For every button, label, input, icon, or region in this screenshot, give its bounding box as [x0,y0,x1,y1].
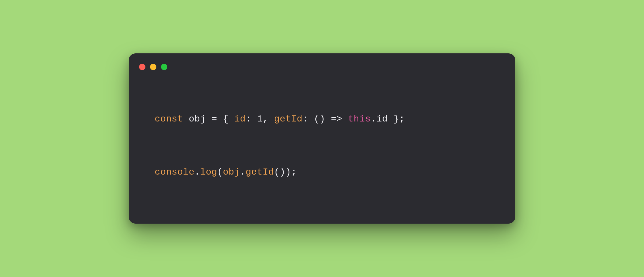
token-paren: ()); [274,167,297,177]
token-punct: { [217,114,234,124]
zoom-icon[interactable] [161,64,167,70]
token-ident: obj [183,114,212,124]
code-window: const obj = { id: 1, getId: () => this.i… [129,53,515,224]
code-line-2: console.log(obj.getId()); [155,165,489,179]
token-method: log [200,167,217,177]
window-titlebar [129,64,515,76]
minimize-icon[interactable] [150,64,156,70]
token-method: getId [246,167,274,177]
token-arrow: => [331,114,342,124]
token-keyword: const [155,114,183,124]
token-property: id [234,114,246,124]
close-icon[interactable] [139,64,145,70]
token-dot: . [194,167,200,177]
token-punct: .id }; [371,114,405,124]
token-space [342,114,348,124]
token-punct: : [246,114,257,124]
token-console: console [155,167,194,177]
code-block: const obj = { id: 1, getId: () => this.i… [129,76,515,210]
token-punct: , [263,114,274,124]
token-object: obj [223,167,240,177]
token-property: getId [274,114,303,124]
code-line-1: const obj = { id: 1, getId: () => this.i… [155,112,489,126]
token-paren: ( [217,167,223,177]
token-punct: : () [302,114,331,124]
token-number: 1 [257,114,263,124]
token-operator: = [211,114,217,124]
token-dot: . [240,167,246,177]
token-this: this [348,114,371,124]
